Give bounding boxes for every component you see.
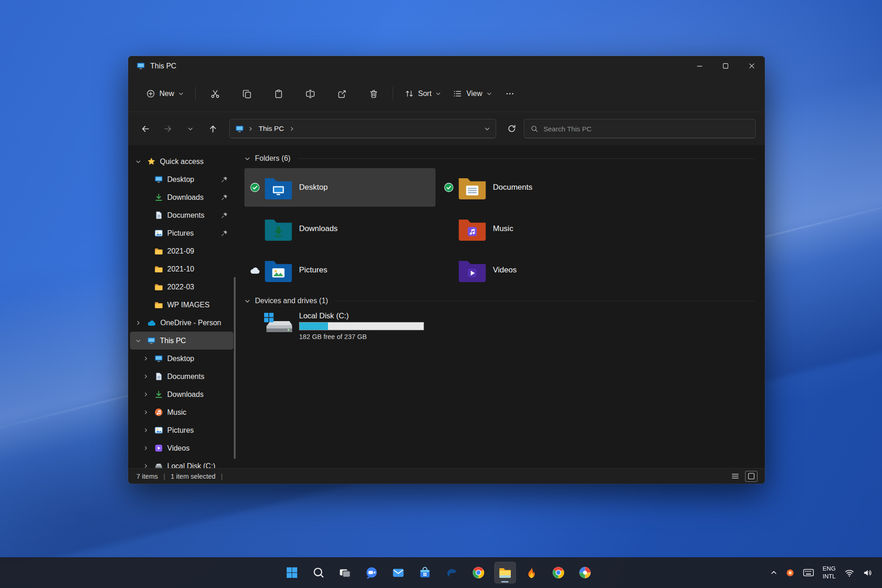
address-dropdown-icon[interactable] [484,126,490,132]
titlebar[interactable]: This PC [128,56,765,76]
chevron-right-icon[interactable] [248,126,253,131]
sort-button[interactable]: Sort [399,85,447,103]
folder-tile-videos[interactable]: Videos [438,251,629,289]
chevron-right-icon[interactable] [289,126,294,131]
delete-button[interactable] [362,84,385,104]
browser-alt-button[interactable] [548,562,569,583]
sidebar-item-onedrive[interactable]: OneDrive - Person [130,314,233,332]
recent-locations-button[interactable] [180,119,201,138]
sidebar-pc-item-pictures[interactable]: Pictures [130,421,233,439]
folder-tile-downloads[interactable]: Downloads [244,209,435,248]
folder-tile-documents[interactable]: Documents [438,168,629,207]
language-switcher[interactable]: ENG INTL [819,565,840,581]
folder-tile-music[interactable]: Music [438,209,629,248]
sidebar-pc-item-local-disk[interactable]: Local Disk (C:) [130,457,233,468]
sidebar-item-this-pc[interactable]: This PC [130,332,233,350]
chevron-down-icon[interactable] [134,338,143,344]
chevron-right-icon[interactable] [141,464,150,468]
desktop-icon [154,354,163,363]
chat-button[interactable] [361,562,383,583]
share-button[interactable] [330,84,354,104]
mail-button[interactable] [388,562,409,583]
chrome-button[interactable] [468,562,489,583]
sidebar-qa-item-desktop[interactable]: Desktop [130,170,233,188]
chevron-down-icon[interactable] [244,298,250,304]
paste-button[interactable] [266,84,290,104]
sidebar-pc-item-desktop[interactable]: Desktop [130,350,233,368]
sidebar-pc-item-documents[interactable]: Documents [130,368,233,385]
large-icons-view-button[interactable] [745,471,758,482]
close-button[interactable] [739,56,765,76]
sidebar-qa-item-documents[interactable]: Documents [130,206,233,224]
folder-tile-desktop[interactable]: Desktop [244,168,435,207]
sidebar-scrollbar[interactable] [234,205,236,462]
search-input[interactable] [543,125,749,133]
taskbar-search-button[interactable] [308,562,329,583]
drive-label: Local Disk (C:) [299,311,424,320]
arrow-right-icon [163,124,173,134]
wifi-button[interactable] [841,563,858,583]
volume-button[interactable] [859,563,876,583]
chevron-down-icon[interactable] [134,159,143,164]
picture-icon [154,229,163,237]
chevron-right-icon[interactable] [141,392,150,397]
up-button[interactable] [202,119,223,138]
sidebar-label: Desktop [167,355,194,363]
chevron-right-icon[interactable] [141,428,150,433]
file-explorer-button[interactable] [494,562,516,583]
content-pane: Folders (6) Desktop Documents [236,145,765,468]
chevron-right-icon[interactable] [134,320,143,326]
chevron-right-icon[interactable] [141,356,150,361]
cut-button[interactable] [203,84,227,104]
chrome-browser-icon [472,566,485,579]
start-button[interactable] [281,562,303,583]
sidebar-pc-item-music[interactable]: Music [130,403,233,421]
scrollbar-thumb[interactable] [234,277,236,459]
chevron-right-icon[interactable] [141,446,150,451]
sidebar-qa-item-downloads[interactable]: Downloads [130,188,233,206]
back-button[interactable] [135,119,156,138]
more-options-button[interactable] [498,84,522,104]
task-view-button[interactable] [334,562,356,583]
chevron-right-icon[interactable] [141,410,150,415]
touch-keyboard-button[interactable] [799,563,818,583]
sidebar-qa-item-2021-09[interactable]: 2021-09 [130,242,233,260]
new-button[interactable]: New [140,85,190,103]
chevron-down-icon[interactable] [244,156,250,162]
rename-button[interactable] [298,84,322,104]
chevron-right-icon[interactable] [141,374,150,379]
details-view-button[interactable] [729,471,741,482]
drive-tile-local-disk[interactable]: Local Disk (C:) 182 GB free of 237 GB [244,311,755,340]
view-button[interactable]: View [447,85,498,103]
breadcrumb-this-pc[interactable]: This PC [257,124,285,134]
pin-icon [221,194,228,201]
tray-overflow-button[interactable] [767,563,781,583]
folder-tiles: Desktop Documents Downloads [244,168,755,289]
sidebar-pc-item-downloads[interactable]: Downloads [130,385,233,403]
sort-icon [405,89,414,98]
status-bar: 7 items | 1 item selected | [128,468,765,484]
store-button[interactable] [414,562,436,583]
sidebar-qa-item-wp-images[interactable]: WP IMAGES [130,296,233,314]
maximize-button[interactable] [712,56,739,76]
edge-button[interactable] [441,562,463,583]
folder-tile-pictures[interactable]: Pictures [244,251,435,289]
cloud-sync-badge-icon [249,266,260,274]
sidebar-label: 2022-03 [167,283,194,291]
drive-icon [154,462,163,468]
flame-app-button[interactable] [521,562,543,583]
color-app-button[interactable] [574,562,596,583]
sidebar-pc-item-videos[interactable]: Videos [130,439,233,457]
forward-button[interactable] [157,119,178,138]
sidebar-qa-item-pictures[interactable]: Pictures [130,224,233,242]
sidebar-qa-item-2021-10[interactable]: 2021-10 [130,260,233,278]
sidebar-qa-item-2022-03[interactable]: 2022-03 [130,278,233,296]
tray-app-button[interactable] [782,563,798,583]
copy-button[interactable] [235,84,259,104]
navigation-bar: This PC [128,112,765,145]
sidebar-item-quick-access[interactable]: Quick access [130,153,233,170]
large-icons-view-icon [747,472,756,481]
refresh-button[interactable] [501,119,522,138]
minimize-button[interactable] [686,56,712,76]
address-bar[interactable]: This PC [229,119,496,138]
